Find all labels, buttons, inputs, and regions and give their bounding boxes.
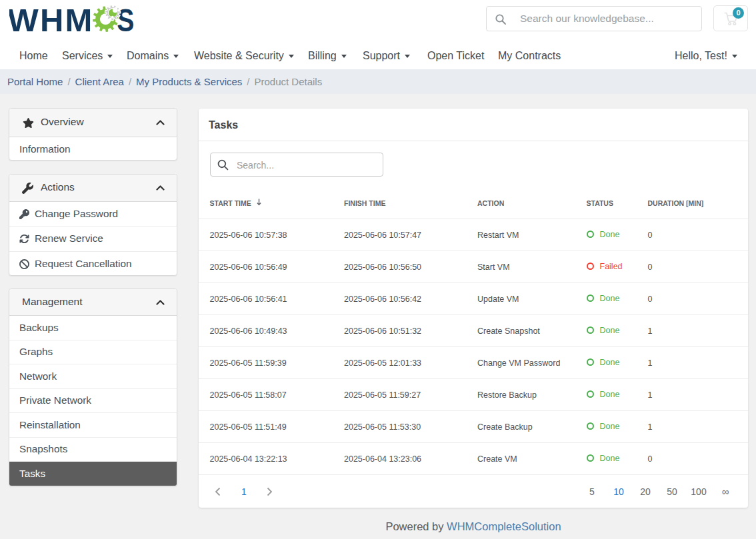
svg-text:WHM: WHM <box>9 4 94 38</box>
